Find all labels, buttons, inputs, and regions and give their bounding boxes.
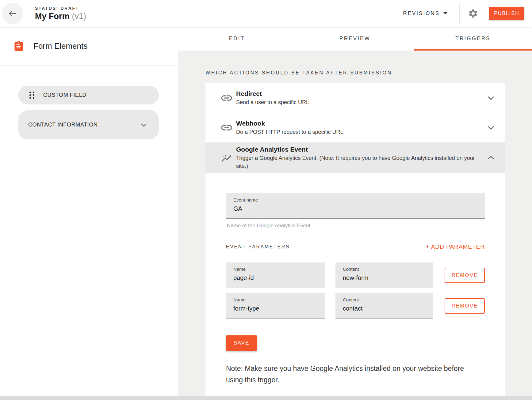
sidebar-item-label: CONTACT INFORMATION: [28, 122, 139, 128]
clipboard-icon: [13, 40, 24, 51]
ga-note-text: Note: Make sure you have Google Analytic…: [226, 363, 466, 386]
form-status-block: STATUS: DRAFT My Form(v1): [35, 6, 86, 21]
action-description: Send a user to a specific URL.: [236, 98, 481, 106]
action-row-webhook[interactable]: Webhook Do a POST HTTP request to a spec…: [205, 113, 505, 143]
section-title: WHICH ACTIONS SHOULD BE TAKEN AFTER SUBM…: [205, 70, 532, 76]
actions-card: Redirect Send a user to a specific URL.: [205, 83, 505, 396]
tab-triggers[interactable]: TRIGGERS: [414, 27, 532, 51]
event-name-help: Name of the Google Analytics Event: [227, 223, 485, 229]
parameter-content-field[interactable]: Content contact: [335, 293, 433, 319]
arrow-left-icon: [8, 9, 17, 18]
analytics-insights-icon: [220, 151, 233, 164]
back-button[interactable]: [2, 3, 23, 24]
action-row-redirect[interactable]: Redirect Send a user to a specific URL.: [205, 83, 505, 113]
revisions-label: REVISIONS: [403, 10, 440, 17]
form-elements-sidebar: Form Elements CUSTOM FIELD CONTACT INFOR…: [0, 27, 178, 396]
tab-edit[interactable]: EDIT: [178, 27, 296, 51]
parameter-name-label: Name: [233, 297, 325, 302]
link-icon: [220, 92, 233, 104]
parameter-name-value: form-type: [233, 305, 325, 312]
form-title: My Form: [35, 12, 70, 21]
action-title: Google Analytics Event: [236, 145, 481, 153]
tab-preview[interactable]: PREVIEW: [296, 27, 414, 51]
google-analytics-panel: Event name GA Name of the Google Analyti…: [205, 173, 505, 396]
status-label: STATUS: DRAFT: [35, 6, 86, 11]
horizontal-scrollbar[interactable]: [0, 396, 532, 400]
chevron-down-icon: [139, 120, 148, 130]
action-title: Redirect: [236, 90, 481, 98]
header-divider: [459, 4, 460, 23]
parameter-name-value: page-id: [233, 274, 325, 281]
chevron-down-icon[interactable]: [486, 123, 496, 133]
sidebar-header: Form Elements: [0, 27, 178, 66]
event-name-label: Event name: [233, 197, 485, 202]
save-button[interactable]: SAVE: [226, 335, 257, 351]
parameter-name-label: Name: [233, 266, 325, 272]
parameter-content-label: Content: [343, 297, 433, 302]
main-area: EDIT PREVIEW TRIGGERS WHICH ACTIONS SHOU…: [178, 27, 532, 396]
link-icon: [220, 121, 233, 134]
sidebar-item-contact-information[interactable]: CONTACT INFORMATION: [18, 110, 159, 139]
sidebar-item-label: CUSTOM FIELD: [43, 92, 86, 98]
tab-bar: EDIT PREVIEW TRIGGERS: [178, 27, 532, 51]
parameter-name-field[interactable]: Name form-type: [226, 293, 325, 319]
action-row-google-analytics[interactable]: Google Analytics Event Trigger a Google …: [205, 143, 505, 173]
parameter-content-value: contact: [343, 305, 433, 312]
action-title: Webhook: [236, 119, 481, 127]
parameter-content-field[interactable]: Content new-form: [335, 262, 433, 288]
publish-button[interactable]: PUBLISH: [489, 7, 524, 20]
remove-parameter-button[interactable]: REMOVE: [445, 298, 485, 314]
event-parameters-title: EVENT PARAMETERS: [226, 244, 290, 250]
sidebar-title: Form Elements: [33, 41, 87, 51]
triggers-content: WHICH ACTIONS SHOULD BE TAKEN AFTER SUBM…: [178, 51, 532, 396]
settings-button[interactable]: [468, 8, 478, 19]
event-name-value: GA: [233, 205, 485, 212]
action-description: Trigger a Google Analytics Event. (Note:…: [236, 154, 481, 170]
sidebar-item-custom-field[interactable]: CUSTOM FIELD: [18, 86, 159, 104]
parameter-content-value: new-form: [343, 274, 433, 281]
action-description: Do a POST HTTP request to a specific URL…: [236, 128, 481, 136]
gear-icon: [468, 8, 478, 19]
remove-parameter-button[interactable]: REMOVE: [445, 268, 485, 283]
caret-down-icon: [443, 12, 447, 14]
chevron-up-icon[interactable]: [486, 153, 496, 163]
chevron-down-icon[interactable]: [486, 93, 496, 103]
form-version: (v1): [72, 12, 86, 21]
header-divider: [26, 4, 26, 23]
parameter-content-label: Content: [343, 266, 433, 272]
parameter-row: Name form-type Content contact REMOVE: [226, 293, 485, 319]
event-name-field[interactable]: Event name GA: [226, 193, 485, 219]
parameter-row: Name page-id Content new-form REMOVE: [226, 262, 485, 288]
drag-handle-icon[interactable]: [29, 92, 34, 99]
add-parameter-button[interactable]: + ADD PARAMETER: [426, 243, 485, 250]
parameter-name-field[interactable]: Name page-id: [226, 262, 325, 288]
app-header: STATUS: DRAFT My Form(v1) REVISIONS PUBL…: [0, 0, 532, 27]
revisions-dropdown[interactable]: REVISIONS: [403, 10, 447, 17]
